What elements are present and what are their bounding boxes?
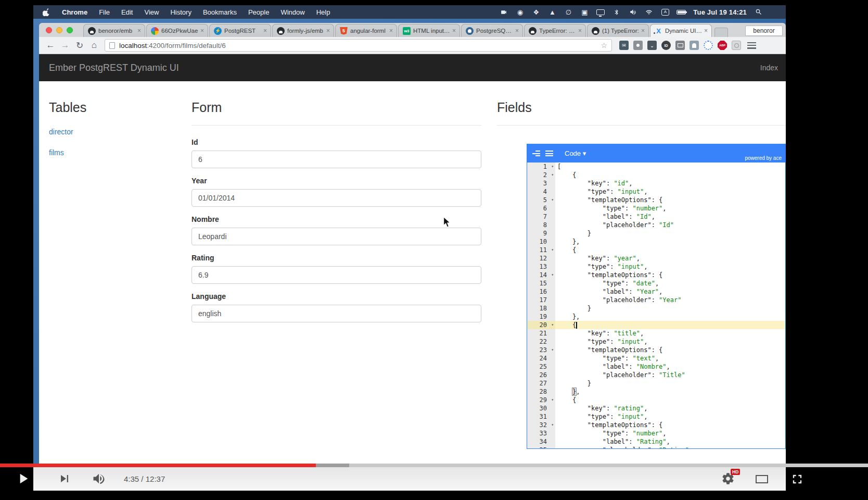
screen-record-icon[interactable]: ▣ [580, 8, 589, 16]
pocket-extension-icon[interactable]: ⌄ [647, 41, 657, 50]
fold-arrow-icon[interactable]: ▾ [551, 346, 554, 354]
theater-mode-button[interactable] [756, 475, 768, 483]
form-input-nombre[interactable] [192, 228, 481, 245]
next-button[interactable] [57, 471, 72, 486]
display-icon[interactable] [596, 8, 605, 16]
tab-close-icon[interactable]: × [262, 27, 268, 34]
fullscreen-button[interactable] [790, 472, 805, 486]
input-source-icon[interactable]: A [660, 8, 670, 16]
battery-icon[interactable] [676, 8, 686, 16]
onepassword-extension-icon[interactable]: ID [661, 41, 671, 50]
form-input-language[interactable] [192, 305, 481, 322]
minimize-window-button[interactable] [56, 27, 62, 33]
menubar-item-view[interactable]: View [138, 8, 164, 16]
menubar-clock[interactable]: Tue Jul 19 14:21 [693, 8, 747, 16]
ace-code-area[interactable]: 1▾[2▾ {3 "key": "id",4 "type": "input",5… [527, 162, 785, 448]
abp-extension-icon[interactable]: ABP [718, 41, 727, 50]
play-button[interactable] [15, 470, 31, 487]
drive-icon[interactable]: ▲ [547, 8, 557, 16]
tab-close-icon[interactable]: × [136, 27, 142, 34]
dnd-icon[interactable]: ∅ [564, 8, 573, 16]
chrome-profile-button[interactable]: benoror [745, 26, 783, 36]
site-brand[interactable]: Ember PostgREST Dynamic UI [39, 63, 179, 73]
code-text: "type": "number", [555, 204, 667, 213]
tab-close-icon[interactable]: × [640, 27, 646, 34]
forward-button[interactable]: → [58, 40, 72, 51]
menubar-item-bookmarks[interactable]: Bookmarks [197, 8, 242, 16]
wifi-icon[interactable] [644, 8, 654, 16]
menubar-item-history[interactable]: History [164, 8, 197, 16]
volume-icon[interactable] [92, 471, 106, 486]
menubar-item-people[interactable]: People [242, 8, 275, 16]
chrome-menu-icon[interactable] [747, 42, 756, 49]
browser-tab[interactable]: TypeError: Ca× [524, 24, 586, 37]
videocam-icon[interactable] [499, 8, 508, 16]
tab-close-icon[interactable]: × [388, 27, 394, 34]
spotlight-search-icon[interactable] [754, 8, 763, 16]
zoom-window-button[interactable] [67, 27, 73, 33]
form-input-year[interactable] [192, 189, 481, 207]
ghostery-extension-icon[interactable] [690, 41, 699, 50]
form-input-id[interactable] [192, 151, 481, 168]
record-icon[interactable]: ◉ [515, 8, 525, 16]
fold-arrow-icon[interactable]: ▾ [551, 396, 554, 404]
tab-close-icon[interactable]: × [451, 27, 457, 34]
browser-tab[interactable]: formly-js/emb× [272, 24, 334, 37]
json-editor-menubar: Code ▾ powered by ace [527, 144, 785, 162]
tab-close-icon[interactable]: × [199, 27, 205, 34]
tab-close-icon[interactable]: × [325, 27, 331, 34]
menubar-item[interactable]: Chrome [56, 8, 93, 16]
browser-tab[interactable]: ⚡PostgREST× [209, 24, 271, 37]
browser-tab[interactable]: benoror/emb× [83, 24, 145, 37]
fold-arrow-icon[interactable]: ▾ [551, 246, 554, 254]
bluetooth-icon[interactable] [612, 8, 621, 16]
sidebar-link-films[interactable]: films [49, 148, 64, 157]
tab-close-icon[interactable]: × [514, 27, 520, 34]
format-json-icon[interactable] [532, 151, 540, 156]
menubar-item-edit[interactable]: Edit [116, 8, 138, 16]
dropbox-icon[interactable]: ❖ [531, 8, 541, 16]
close-window-button[interactable] [46, 27, 52, 33]
fold-arrow-icon[interactable]: ▾ [551, 421, 554, 429]
code-text: "type": "date", [555, 279, 659, 288]
tab-close-icon[interactable]: × [703, 27, 709, 34]
fold-arrow-icon[interactable]: ▾ [551, 271, 554, 279]
home-button[interactable]: ⌂ [87, 40, 101, 51]
line-number: 27 [527, 379, 555, 388]
bookmark-star-icon[interactable]: ☆ [601, 41, 607, 49]
browser-tab[interactable]: (1) TypeError:× [587, 24, 649, 37]
nav-link-index[interactable]: Index [760, 64, 786, 72]
menubar-item-window[interactable]: Window [275, 8, 310, 16]
compact-json-icon[interactable] [545, 151, 553, 156]
lightbulb-extension-icon[interactable] [633, 41, 643, 50]
back-button[interactable]: ← [43, 40, 58, 51]
fold-arrow-icon[interactable]: ▾ [551, 162, 554, 171]
menubar-item-file[interactable]: File [93, 8, 116, 16]
browser-tab[interactable]: w3HTML input ty× [398, 24, 460, 37]
camera-extension-icon[interactable] [732, 41, 741, 50]
fold-arrow-icon[interactable]: ▾ [551, 171, 554, 179]
menubar-item-help[interactable]: Help [311, 8, 336, 16]
fold-arrow-icon[interactable]: ▾ [551, 196, 554, 204]
volume-icon[interactable] [628, 8, 637, 16]
notification-center-icon[interactable] [771, 9, 778, 15]
form-input-rating[interactable] [192, 266, 481, 284]
github-favicon [277, 27, 285, 35]
browser-tab[interactable]: PostgreSQL: [× [461, 24, 523, 37]
fold-arrow-icon[interactable]: ▾ [551, 321, 554, 329]
cast-extension-icon[interactable] [675, 41, 685, 50]
sidebar-link-director[interactable]: director [49, 128, 73, 136]
line-number: 21 [527, 329, 555, 338]
address-bar[interactable]: localhost :4200/form/films/default/6 ☆ [105, 39, 612, 52]
dots-extension-icon[interactable] [704, 41, 713, 50]
browser-tab-active[interactable]: XDynamic UIs [× [650, 24, 712, 37]
apple-menu-icon[interactable] [43, 8, 50, 16]
new-tab-button[interactable] [714, 28, 728, 37]
inbox-extension-icon[interactable]: ✉ [619, 41, 629, 50]
mode-dropdown[interactable]: Code ▾ [565, 149, 586, 157]
video-progress-bar[interactable] [0, 464, 868, 467]
reload-button[interactable]: ↻ [72, 40, 87, 51]
browser-tab[interactable]: 66OzPkwUae× [146, 24, 208, 37]
tab-close-icon[interactable]: × [577, 27, 583, 34]
browser-tab[interactable]: 5angular-forml× [335, 24, 397, 37]
